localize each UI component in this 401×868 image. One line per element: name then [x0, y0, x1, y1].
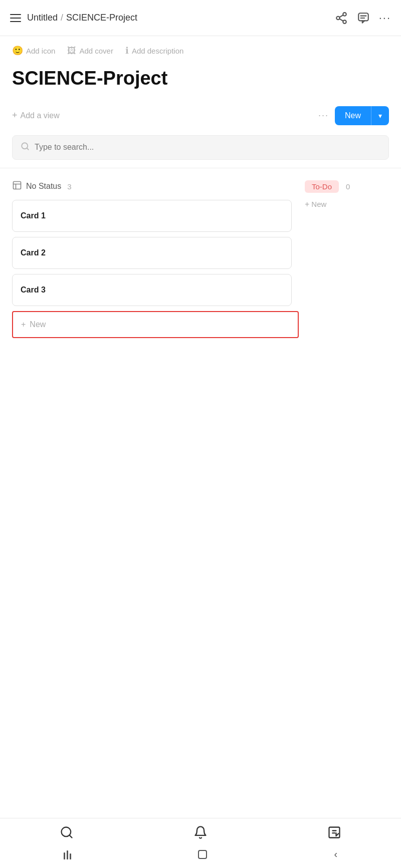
todo-count: 0: [346, 182, 350, 191]
status-icon: [12, 180, 22, 193]
nav-right: ···: [335, 12, 391, 25]
chevron-down-icon: ▾: [378, 112, 382, 120]
add-icon-label: Add icon: [26, 47, 55, 55]
todo-column: To-Do 0 + New: [299, 176, 389, 338]
search-nav-icon[interactable]: [60, 825, 74, 839]
svg-line-14: [70, 835, 72, 837]
hamburger-icon[interactable]: [10, 14, 21, 22]
add-cover-button[interactable]: 🖼 Add cover: [67, 46, 113, 56]
add-cover-label: Add cover: [79, 47, 113, 55]
more-icon[interactable]: ···: [379, 12, 391, 25]
view-more-dots[interactable]: ···: [318, 110, 329, 121]
plus-icon: +: [305, 200, 309, 209]
bottom-system-bar: ‹: [0, 844, 401, 868]
content-spacer: [0, 338, 401, 629]
system-back-icon[interactable]: ‹: [334, 848, 338, 860]
card-label: Card 2: [21, 248, 46, 257]
nav-left: Untitled / SCIENCE-Project: [10, 13, 137, 23]
todo-badge: To-Do: [305, 180, 339, 193]
emoji-icon: 🙂: [12, 45, 23, 56]
todo-header: To-Do 0 + New: [305, 176, 389, 218]
no-status-title: No Status: [26, 182, 61, 191]
kanban-area: No Status 3 Card 1 Card 2 Card 3 +: [0, 168, 401, 338]
todo-new-label: New: [311, 200, 326, 208]
share-icon[interactable]: [335, 12, 348, 25]
new-dropdown-button[interactable]: ▾: [371, 106, 389, 125]
meta-actions: 🙂 Add icon 🖼 Add cover ℹ Add description: [0, 36, 401, 62]
new-main-button[interactable]: New: [335, 106, 371, 125]
svg-line-9: [27, 148, 28, 149]
no-status-count: 3: [67, 182, 71, 191]
plus-icon: +: [12, 110, 18, 121]
page-title-section: SCIENCE-Project: [0, 62, 401, 102]
edit-nav-icon[interactable]: [327, 825, 341, 839]
card-list: Card 1 Card 2 Card 3: [12, 200, 299, 306]
svg-rect-10: [14, 181, 21, 189]
table-row[interactable]: Card 2: [12, 237, 292, 269]
page-title: SCIENCE-Project: [12, 67, 389, 90]
info-icon: ℹ: [125, 45, 129, 56]
new-button-group: New ▾: [335, 106, 389, 125]
plus-icon: +: [21, 320, 26, 329]
image-icon: 🖼: [67, 46, 76, 56]
chat-icon[interactable]: [357, 12, 370, 25]
todo-new-button[interactable]: + New: [305, 198, 326, 211]
system-home-icon[interactable]: [198, 850, 207, 859]
breadcrumb-separator: /: [61, 13, 63, 23]
svg-line-4: [339, 15, 343, 17]
add-view-label: Add a view: [21, 111, 60, 120]
svg-line-3: [339, 19, 343, 21]
search-input[interactable]: [35, 143, 380, 152]
table-row[interactable]: Card 1: [12, 200, 292, 232]
search-bar: [12, 135, 389, 160]
view-bar: + Add a view ··· New ▾: [0, 102, 401, 129]
bottom-nav: ‹: [0, 818, 401, 868]
new-card-label: New: [30, 320, 46, 329]
breadcrumb-parent[interactable]: Untitled: [27, 13, 58, 23]
search-icon: [21, 142, 30, 153]
breadcrumb: Untitled / SCIENCE-Project: [27, 13, 137, 23]
breadcrumb-current: SCIENCE-Project: [66, 13, 137, 23]
add-description-button[interactable]: ℹ Add description: [125, 45, 183, 56]
svg-rect-5: [358, 13, 368, 21]
add-icon-button[interactable]: 🙂 Add icon: [12, 45, 55, 56]
view-bar-right: ··· New ▾: [318, 106, 389, 125]
card-label: Card 3: [21, 285, 46, 295]
card-label: Card 1: [21, 211, 46, 220]
top-nav: Untitled / SCIENCE-Project ···: [0, 0, 401, 36]
bell-nav-icon[interactable]: [193, 825, 208, 839]
table-row[interactable]: Card 3: [12, 274, 292, 306]
no-status-header: No Status 3: [12, 176, 299, 200]
search-bar-wrap: [0, 131, 401, 168]
add-description-label: Add description: [132, 47, 183, 55]
add-view-button[interactable]: + Add a view: [12, 110, 60, 121]
no-status-column: No Status 3 Card 1 Card 2 Card 3 +: [12, 176, 299, 338]
new-card-button-wrap: + New: [12, 311, 299, 338]
system-bars-icon[interactable]: [64, 849, 71, 859]
new-card-button[interactable]: + New: [12, 311, 299, 338]
bottom-nav-icons: [0, 818, 401, 844]
kanban-columns: No Status 3 Card 1 Card 2 Card 3 +: [12, 176, 389, 338]
